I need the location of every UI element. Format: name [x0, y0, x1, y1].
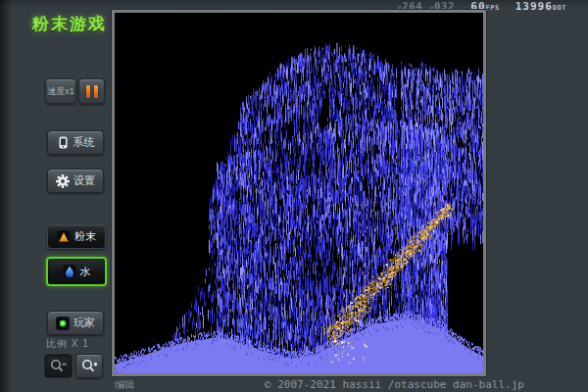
simulation-canvas[interactable] [115, 13, 483, 373]
zoom-in-button[interactable] [75, 354, 103, 378]
water-button[interactable]: 水 [46, 257, 107, 286]
device-icon [57, 136, 70, 149]
scale-label: 比例 X 1 [46, 337, 89, 351]
dot-counter: 13996DOT [515, 0, 566, 13]
powder-button[interactable]: 粉末 [47, 224, 106, 249]
edit-label: 编辑 [115, 378, 134, 392]
gear-icon [56, 174, 70, 188]
magnifier-plus-icon [81, 359, 98, 373]
water-button-label: 水 [80, 265, 91, 279]
player-button[interactable]: 玩家 [47, 311, 104, 335]
pause-icon [86, 85, 98, 98]
powder-button-label: 粉末 [74, 229, 96, 244]
player-button-label: 玩家 [74, 316, 95, 330]
magnifier-minus-icon [50, 359, 67, 373]
powder-icon [57, 230, 71, 244]
water-drop-icon [63, 265, 76, 278]
zoom-out-button[interactable] [44, 354, 73, 378]
pause-button[interactable] [78, 78, 105, 104]
speed-button-label: 速度x1 [47, 85, 74, 98]
app-title: 粉末游戏 [32, 13, 107, 35]
system-button-label: 系统 [74, 135, 95, 150]
powder-game-app: 粉末游戏 x264 y032 60FPS 13996DOT 速度x1 系统 [0, 0, 588, 392]
settings-button-label: 设置 [74, 173, 95, 188]
settings-button[interactable]: 设置 [47, 169, 104, 193]
system-button[interactable]: 系统 [47, 130, 104, 155]
speed-button[interactable]: 速度x1 [45, 78, 76, 104]
canvas-frame [112, 10, 486, 376]
copyright: © 2007-2021 hassii /otascube dan-ball.jp [265, 378, 524, 391]
player-icon [56, 317, 70, 330]
